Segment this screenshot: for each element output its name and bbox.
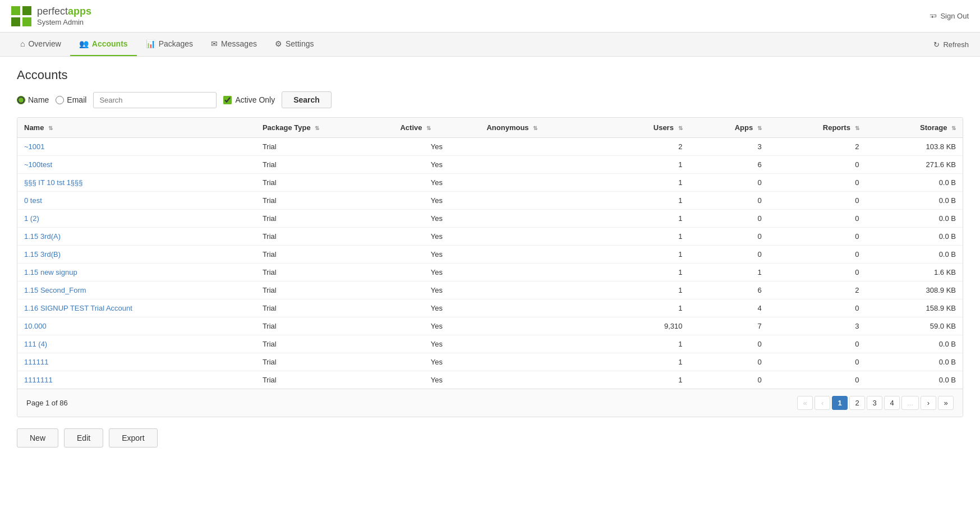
logo-area: perfectapps System Admin: [11, 6, 91, 26]
cell-apps: 0: [689, 174, 769, 192]
nav-item-accounts[interactable]: 👥 Accounts: [70, 33, 137, 56]
radio-name-input[interactable]: [17, 96, 25, 104]
cell-active: Yes: [393, 282, 480, 299]
cell-reports: 0: [769, 264, 866, 282]
table-row: 1.15 3rd(A) Trial Yes 1 0 0 0.0 B: [17, 228, 963, 246]
nav-overview-label: Overview: [28, 39, 61, 48]
pagination-controls: « ‹ 1 2 3 4 ... › »: [797, 396, 954, 410]
cell-anonymous: [480, 353, 606, 371]
cell-storage: 0.0 B: [866, 192, 963, 210]
cell-anonymous: [480, 299, 606, 317]
cell-storage: 0.0 B: [866, 174, 963, 192]
sign-out-button[interactable]: ⮒ Sign Out: [930, 12, 969, 20]
cell-name[interactable]: 1.15 3rd(B): [17, 246, 256, 264]
radio-email-text: Email: [67, 95, 86, 104]
accounts-table: Name ⇅ Package Type ⇅ Active ⇅ Anonymous…: [17, 118, 963, 389]
table-row: 1 (2) Trial Yes 1 0 0 0.0 B: [17, 210, 963, 228]
cell-active: Yes: [393, 371, 480, 389]
home-icon: ⌂: [20, 39, 25, 48]
cell-active: Yes: [393, 246, 480, 264]
cell-package-type: Trial: [256, 282, 394, 299]
search-type-group: Name Email: [17, 95, 86, 104]
svg-rect-3: [22, 17, 31, 26]
users-icon: 👥: [79, 39, 89, 48]
cell-apps: 0: [689, 228, 769, 246]
col-anonymous[interactable]: Anonymous ⇅: [480, 118, 606, 138]
cell-anonymous: [480, 317, 606, 335]
col-users[interactable]: Users ⇅: [606, 118, 689, 138]
nav-item-settings[interactable]: ⚙ Settings: [266, 33, 323, 56]
new-button[interactable]: New: [17, 428, 58, 447]
col-active[interactable]: Active ⇅: [393, 118, 480, 138]
cell-anonymous: [480, 156, 606, 174]
cell-reports: 0: [769, 228, 866, 246]
cell-name[interactable]: 111111: [17, 353, 256, 371]
nav-item-messages[interactable]: ✉ Messages: [202, 33, 266, 56]
col-reports[interactable]: Reports ⇅: [769, 118, 866, 138]
cell-storage: 308.9 KB: [866, 282, 963, 299]
cell-package-type: Trial: [256, 138, 394, 156]
col-package-type[interactable]: Package Type ⇅: [256, 118, 394, 138]
cell-package-type: Trial: [256, 317, 394, 335]
prev-page-button[interactable]: ‹: [815, 396, 830, 410]
refresh-label: Refresh: [943, 40, 969, 49]
table-row: 1.15 3rd(B) Trial Yes 1 0 0 0.0 B: [17, 246, 963, 264]
refresh-icon: ↻: [933, 40, 940, 49]
cell-name[interactable]: 1.15 Second_Form: [17, 282, 256, 299]
cell-name[interactable]: §§§ IT 10 tst 1§§§: [17, 174, 256, 192]
radio-email-label[interactable]: Email: [56, 95, 86, 104]
page-1-button[interactable]: 1: [832, 396, 848, 410]
nav-item-packages[interactable]: 📊 Packages: [137, 33, 202, 56]
refresh-button[interactable]: ↻ Refresh: [933, 34, 969, 56]
radio-email-input[interactable]: [56, 96, 64, 104]
sort-reports-icon: ⇅: [855, 125, 859, 131]
next-page-button[interactable]: ›: [921, 396, 936, 410]
radio-name-label[interactable]: Name: [17, 95, 49, 104]
cell-name[interactable]: 1111111: [17, 371, 256, 389]
cell-name[interactable]: 10.000: [17, 317, 256, 335]
cell-storage: 0.0 B: [866, 210, 963, 228]
nav-item-overview[interactable]: ⌂ Overview: [11, 33, 70, 56]
cell-reports: 0: [769, 299, 866, 317]
page-4-button[interactable]: 4: [884, 396, 900, 410]
cell-name[interactable]: 1 (2): [17, 210, 256, 228]
cell-name[interactable]: 111 (4): [17, 335, 256, 353]
cell-name[interactable]: 0 test: [17, 192, 256, 210]
cell-users: 1: [606, 156, 689, 174]
table-row: ~1001 Trial Yes 2 3 2 103.8 KB: [17, 138, 963, 156]
cell-package-type: Trial: [256, 299, 394, 317]
page-2-button[interactable]: 2: [849, 396, 865, 410]
active-only-label[interactable]: Active Only: [223, 95, 275, 104]
cell-apps: 3: [689, 138, 769, 156]
col-storage[interactable]: Storage ⇅: [866, 118, 963, 138]
table-row: 1.15 Second_Form Trial Yes 1 6 2 308.9 K…: [17, 282, 963, 299]
page-3-button[interactable]: 3: [867, 396, 882, 410]
cell-users: 1: [606, 335, 689, 353]
cell-name[interactable]: 1.15 new signup: [17, 264, 256, 282]
cell-storage: 0.0 B: [866, 228, 963, 246]
main-content: Accounts Name Email Active Only Search N…: [0, 57, 980, 459]
cell-reports: 0: [769, 210, 866, 228]
col-apps[interactable]: Apps ⇅: [689, 118, 769, 138]
edit-button[interactable]: Edit: [64, 428, 103, 447]
sort-storage-icon: ⇅: [951, 125, 956, 131]
col-name[interactable]: Name ⇅: [17, 118, 256, 138]
cell-users: 1: [606, 210, 689, 228]
cell-name[interactable]: ~100test: [17, 156, 256, 174]
last-page-button[interactable]: »: [938, 396, 954, 410]
first-page-button[interactable]: «: [797, 396, 813, 410]
cell-package-type: Trial: [256, 353, 394, 371]
export-button[interactable]: Export: [109, 428, 157, 447]
cell-apps: 1: [689, 264, 769, 282]
main-nav: ⌂ Overview 👥 Accounts 📊 Packages ✉ Messa…: [0, 33, 980, 57]
cell-name[interactable]: 1.15 3rd(A): [17, 228, 256, 246]
nav-accounts-label: Accounts: [92, 39, 128, 48]
nav-settings-label: Settings: [286, 39, 314, 48]
search-input[interactable]: [93, 92, 217, 108]
cell-name[interactable]: ~1001: [17, 138, 256, 156]
nav-messages-label: Messages: [221, 39, 257, 48]
search-button[interactable]: Search: [282, 91, 332, 108]
cell-name[interactable]: 1.16 SIGNUP TEST Trial Account: [17, 299, 256, 317]
cell-active: Yes: [393, 228, 480, 246]
active-only-checkbox[interactable]: [223, 96, 232, 104]
